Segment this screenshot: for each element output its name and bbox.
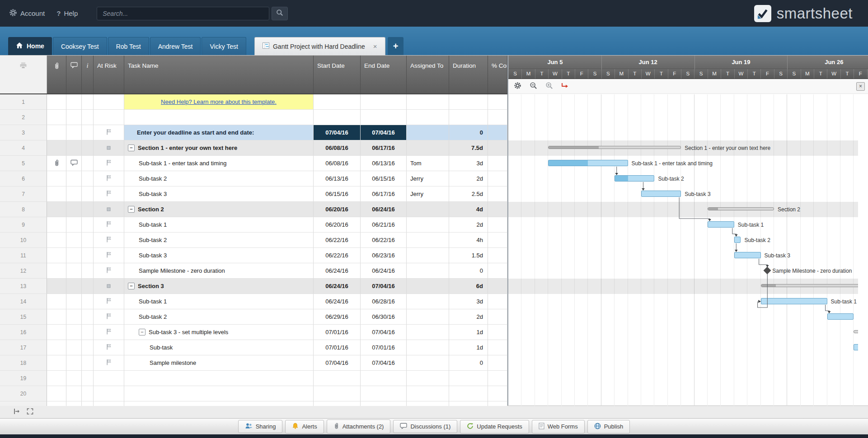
end-date-cell[interactable]: 07/04/16 [361, 279, 407, 294]
assigned-to-cell[interactable]: Jerry [407, 186, 449, 202]
start-date-cell[interactable]: 06/20/16 [314, 202, 361, 217]
flag-icon[interactable] [106, 298, 112, 305]
help-menu[interactable]: ? Help [56, 9, 78, 17]
row-number[interactable]: 2 [0, 110, 47, 125]
info-cell[interactable] [82, 294, 94, 309]
pct-complete-cell[interactable] [488, 294, 507, 309]
row-number[interactable]: 16 [0, 325, 47, 340]
assigned-to-cell[interactable] [407, 355, 449, 371]
attachment-cell[interactable] [47, 110, 66, 125]
at-risk-cell[interactable] [94, 186, 124, 202]
at-risk-cell[interactable] [94, 401, 124, 406]
duration-column-header[interactable]: Duration [449, 56, 488, 93]
info-cell[interactable] [82, 309, 94, 325]
assigned-to-cell[interactable] [407, 110, 449, 125]
start-date-cell[interactable]: 06/22/16 [314, 233, 361, 248]
start-date-cell[interactable]: 06/08/16 [314, 140, 361, 156]
row-number[interactable]: 11 [0, 248, 47, 263]
footer-button-people[interactable]: Sharing [238, 420, 283, 433]
end-date-cell[interactable]: 06/30/16 [361, 309, 407, 325]
expand-icon[interactable] [27, 408, 33, 416]
account-menu[interactable]: Account [9, 9, 45, 18]
end-date-cell[interactable] [361, 386, 407, 401]
tab-sheet-4[interactable]: Vicky Test [202, 37, 246, 55]
at-risk-cell[interactable] [94, 233, 124, 248]
pct-complete-cell[interactable] [488, 355, 507, 371]
assigned-to-cell[interactable]: Tom [407, 156, 449, 171]
start-date-cell[interactable]: 06/24/16 [314, 263, 361, 279]
at-risk-cell[interactable] [94, 371, 124, 386]
close-gantt-button[interactable]: × [856, 82, 865, 91]
task-cell[interactable]: −Section 2 [124, 202, 314, 217]
at-risk-cell[interactable] [94, 125, 124, 140]
end-date-cell[interactable]: 06/22/16 [361, 233, 407, 248]
assigned-to-cell[interactable] [407, 340, 449, 355]
row-number[interactable]: 10 [0, 233, 47, 248]
at-risk-cell[interactable] [94, 294, 124, 309]
task-cell[interactable]: Need Help? Learn more about this templat… [124, 94, 314, 110]
summary-bar[interactable] [761, 284, 858, 287]
attachment-cell[interactable] [47, 309, 66, 325]
critical-path-icon[interactable] [561, 82, 568, 90]
footer-button-update[interactable]: Update Requests [460, 420, 529, 433]
info-cell[interactable] [82, 279, 94, 294]
zoom-in-icon[interactable] [545, 82, 553, 91]
comment-cell[interactable] [66, 233, 82, 248]
flag-icon[interactable] [106, 221, 112, 228]
start-date-cell[interactable]: 07/04/16 [314, 355, 361, 371]
at-risk-cell[interactable] [94, 217, 124, 233]
assigned-to-cell[interactable] [407, 294, 449, 309]
start-date-cell[interactable]: 07/01/16 [314, 325, 361, 340]
attachment-cell[interactable] [47, 156, 66, 171]
paperclip-icon[interactable] [54, 159, 60, 168]
start-date-cell[interactable] [314, 386, 361, 401]
row-number[interactable]: 6 [0, 171, 47, 186]
flag-icon[interactable] [106, 344, 112, 351]
attachments-column-header[interactable] [47, 56, 66, 93]
pct-complete-cell[interactable] [488, 94, 507, 110]
end-date-cell[interactable]: 06/24/16 [361, 202, 407, 217]
footer-button-paperclip[interactable]: Attachments (2) [327, 419, 391, 433]
info-cell[interactable] [82, 186, 94, 202]
task-bar[interactable] [827, 313, 854, 320]
info-cell[interactable] [82, 355, 94, 371]
assigned-to-cell[interactable] [407, 217, 449, 233]
tab-sheet-3[interactable]: Andrew Test [150, 37, 201, 55]
row-number[interactable]: 7 [0, 186, 47, 202]
tab-home[interactable]: Home [8, 37, 52, 55]
start-date-column-header[interactable]: Start Date [314, 56, 361, 93]
footer-button-bell[interactable]: Alerts [285, 420, 324, 433]
duration-cell[interactable]: 3d [449, 156, 488, 171]
info-cell[interactable] [82, 202, 94, 217]
print-column-header[interactable] [0, 56, 47, 93]
duration-cell[interactable]: 4d [449, 202, 488, 217]
duration-cell[interactable] [449, 110, 488, 125]
start-date-cell[interactable]: 06/08/16 [314, 156, 361, 171]
info-cell[interactable] [82, 263, 94, 279]
close-tab-icon[interactable]: × [373, 42, 377, 50]
comment-cell[interactable] [66, 325, 82, 340]
task-cell[interactable]: −Section 3 [124, 279, 314, 294]
comment-icon[interactable] [70, 159, 78, 167]
attachment-cell[interactable] [47, 186, 66, 202]
duration-cell[interactable]: 0 [449, 125, 488, 140]
comment-cell[interactable] [66, 171, 82, 186]
duration-cell[interactable] [449, 94, 488, 110]
info-cell[interactable] [82, 340, 94, 355]
start-date-cell[interactable] [314, 110, 361, 125]
info-cell[interactable] [82, 217, 94, 233]
add-sheet-tab[interactable]: + [388, 37, 404, 55]
end-date-cell[interactable]: 06/17/16 [361, 186, 407, 202]
task-cell[interactable]: Sub-task 3 [124, 248, 314, 263]
comment-cell[interactable] [66, 110, 82, 125]
comment-cell[interactable] [66, 156, 82, 171]
end-date-cell[interactable] [361, 371, 407, 386]
task-cell[interactable]: −Section 1 - enter your own text here [124, 140, 314, 156]
pct-complete-cell[interactable] [488, 156, 507, 171]
at-risk-cell[interactable] [94, 279, 124, 294]
at-risk-cell[interactable] [94, 94, 124, 110]
end-date-cell[interactable]: 06/24/16 [361, 263, 407, 279]
row-number[interactable]: 13 [0, 279, 47, 294]
row-number[interactable]: 14 [0, 294, 47, 309]
start-date-cell[interactable]: 06/13/16 [314, 171, 361, 186]
